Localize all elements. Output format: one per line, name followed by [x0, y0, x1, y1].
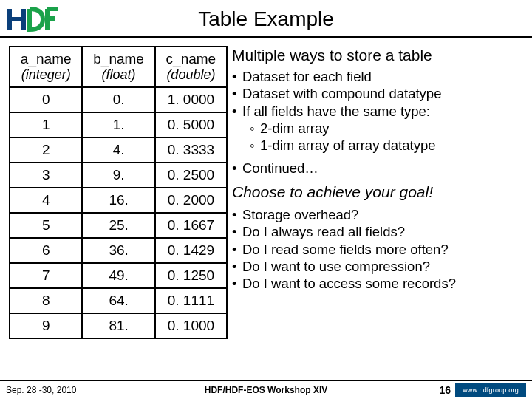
table-row: 39.0. 2500 [10, 163, 227, 188]
table-cell: 1. 0000 [155, 87, 227, 112]
question-item: Do I always read all fields? [232, 223, 526, 240]
table-row: 11.0. 5000 [10, 112, 227, 137]
table-cell: 4. [82, 137, 154, 163]
table-cell: 0. 1667 [155, 213, 227, 238]
question-item: Do I want to access some records? [232, 275, 526, 292]
bullet-content: Multiple ways to store a table Dataset f… [232, 46, 526, 364]
section-heading: Multiple ways to store a table [232, 46, 526, 65]
sub-bullet-item: 2-dim array [250, 120, 526, 137]
table-cell: 0. [82, 87, 154, 112]
slide-footer: Sep. 28 -30, 2010 HDF/HDF-EOS Workshop X… [0, 380, 532, 399]
table-cell: 0 [10, 87, 82, 112]
table-cell: 0. 1250 [155, 263, 227, 288]
table-cell: 9 [10, 313, 82, 338]
table-row: 636.0. 1429 [10, 238, 227, 263]
table-row: 525.0. 1667 [10, 213, 227, 238]
table-cell: 49. [82, 263, 154, 288]
table-cell: 2 [10, 137, 82, 163]
table-cell: 0. 1429 [155, 238, 227, 263]
bullet-item: Dataset with compound datatype [232, 85, 526, 102]
column-header: c_name(double) [155, 47, 227, 87]
table-cell: 25. [82, 213, 154, 238]
data-table: a_name(integer)b_name(float)c_name(doubl… [9, 46, 228, 364]
table-cell: 4 [10, 188, 82, 213]
table-cell: 3 [10, 163, 82, 188]
table-cell: 7 [10, 263, 82, 288]
table-cell: 1 [10, 112, 82, 137]
table-row: 416.0. 2000 [10, 188, 227, 213]
hdf-logo-icon [7, 4, 59, 34]
table-cell: 0. 1000 [155, 313, 227, 338]
hdfgroup-badge-icon: www.hdfgroup.org [455, 383, 526, 397]
table-cell: 36. [82, 238, 154, 263]
column-header: a_name(integer) [10, 47, 82, 87]
table-cell: 0. 1111 [155, 288, 227, 313]
bullet-item: Dataset for each field [232, 68, 526, 85]
table-row: 749.0. 1250 [10, 263, 227, 288]
table-cell: 0. 3333 [155, 137, 227, 163]
table-cell: 5 [10, 213, 82, 238]
sub-bullet-item: 1-dim array of array datatype [250, 137, 526, 154]
table-row: 864.0. 1111 [10, 288, 227, 313]
bullet-item: Continued… [232, 160, 526, 177]
question-item: Do I read some fields more often? [232, 241, 526, 258]
table-cell: 81. [82, 313, 154, 338]
table-row: 24.0. 3333 [10, 137, 227, 163]
table-cell: 1. [82, 112, 154, 137]
table-cell: 8 [10, 288, 82, 313]
slide-title: Table Example [59, 7, 525, 31]
question-item: Do I want to use compression? [232, 258, 526, 275]
column-header: b_name(float) [82, 47, 154, 87]
footer-date: Sep. 28 -30, 2010 [6, 385, 124, 395]
table-cell: 0. 2000 [155, 188, 227, 213]
bullet-text: If all fields have the same type: [242, 103, 430, 119]
table-cell: 9. [82, 163, 154, 188]
table-cell: 64. [82, 288, 154, 313]
table-cell: 6 [10, 238, 82, 263]
page-number: 16 [439, 384, 451, 396]
bullet-item: If all fields have the same type: 2-dim … [232, 103, 526, 154]
goal-line: Choose to achieve your goal! [232, 183, 526, 202]
slide-header: Table Example [0, 0, 532, 38]
table-row: 981.0. 1000 [10, 313, 227, 338]
table-cell: 0. 2500 [155, 163, 227, 188]
table-cell: 16. [82, 188, 154, 213]
footer-venue: HDF/HDF-EOS Workshop XIV [124, 385, 408, 395]
table-cell: 0. 5000 [155, 112, 227, 137]
table-row: 00.1. 0000 [10, 87, 227, 112]
question-item: Storage overhead? [232, 206, 526, 223]
